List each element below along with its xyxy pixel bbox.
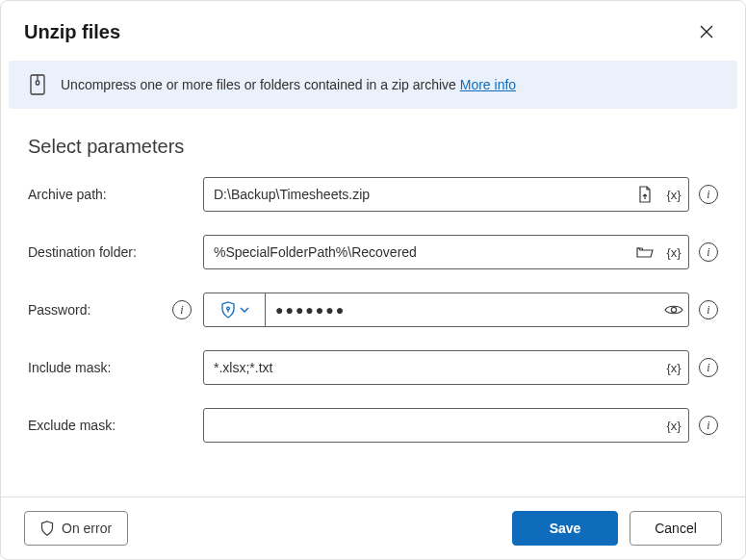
exclude-mask-field: {x}: [203, 408, 689, 443]
chevron-down-icon: [240, 307, 249, 313]
dialog-title: Unzip files: [24, 21, 120, 43]
svg-point-4: [226, 307, 229, 310]
dialog-header: Unzip files: [1, 1, 745, 57]
label-destination-folder: Destination folder:: [28, 244, 192, 260]
password-field: [203, 293, 689, 327]
help-include-mask[interactable]: i: [699, 358, 718, 377]
pick-folder-button[interactable]: [630, 236, 659, 268]
help-exclude-mask[interactable]: i: [699, 416, 718, 435]
row-archive-path: Archive path: {x} i: [28, 177, 718, 212]
label-include-mask: Include mask:: [28, 360, 192, 375]
exclude-mask-input[interactable]: [204, 409, 659, 442]
row-password: Password: i: [28, 293, 718, 327]
dialog-body: Select parameters Archive path: {x} i: [1, 109, 745, 496]
help-password-label[interactable]: i: [172, 300, 192, 319]
shield-icon: [220, 301, 236, 318]
close-icon: [700, 25, 713, 38]
destination-folder-input[interactable]: [204, 236, 630, 268]
label-archive-path: Archive path:: [28, 187, 192, 202]
dialog-footer: On error Save Cancel: [1, 496, 745, 559]
help-password[interactable]: i: [699, 300, 718, 319]
insert-variable-button[interactable]: {x}: [659, 178, 688, 211]
folder-picker-icon: [636, 245, 654, 259]
row-exclude-mask: Exclude mask: {x} i: [28, 408, 718, 443]
row-include-mask: Include mask: {x} i: [28, 350, 718, 385]
help-archive-path[interactable]: i: [699, 185, 718, 204]
more-info-link[interactable]: More info: [460, 77, 516, 92]
pick-file-button[interactable]: [630, 178, 659, 211]
archive-path-input[interactable]: [204, 178, 630, 211]
shield-outline-icon: [40, 521, 54, 536]
insert-variable-button[interactable]: {x}: [659, 351, 688, 384]
row-destination-folder: Destination folder: {x} i: [28, 235, 718, 269]
section-title: Select parameters: [28, 136, 718, 158]
info-banner: Uncompress one or more files or folders …: [9, 61, 737, 109]
zip-icon: [28, 74, 47, 95]
password-mode-dropdown[interactable]: [204, 293, 266, 326]
close-button[interactable]: [691, 16, 722, 47]
archive-path-field: {x}: [203, 177, 689, 212]
banner-text: Uncompress one or more files or folders …: [61, 77, 516, 92]
eye-icon: [664, 303, 683, 317]
include-mask-field: {x}: [203, 350, 689, 385]
on-error-button[interactable]: On error: [24, 511, 128, 546]
include-mask-input[interactable]: [204, 351, 659, 384]
destination-folder-field: {x}: [203, 235, 689, 269]
cancel-button[interactable]: Cancel: [630, 511, 722, 546]
password-input[interactable]: [266, 293, 659, 326]
insert-variable-button[interactable]: {x}: [659, 409, 688, 442]
file-picker-icon: [637, 186, 653, 203]
unzip-dialog: Unzip files Uncompress one or more files…: [0, 0, 746, 560]
help-destination-folder[interactable]: i: [699, 242, 718, 262]
save-button[interactable]: Save: [512, 511, 618, 546]
insert-variable-button[interactable]: {x}: [659, 236, 688, 268]
label-exclude-mask: Exclude mask:: [28, 418, 192, 433]
reveal-password-button[interactable]: [659, 293, 688, 326]
svg-rect-3: [36, 81, 39, 85]
label-password: Password: i: [28, 300, 192, 319]
svg-point-5: [671, 307, 676, 312]
